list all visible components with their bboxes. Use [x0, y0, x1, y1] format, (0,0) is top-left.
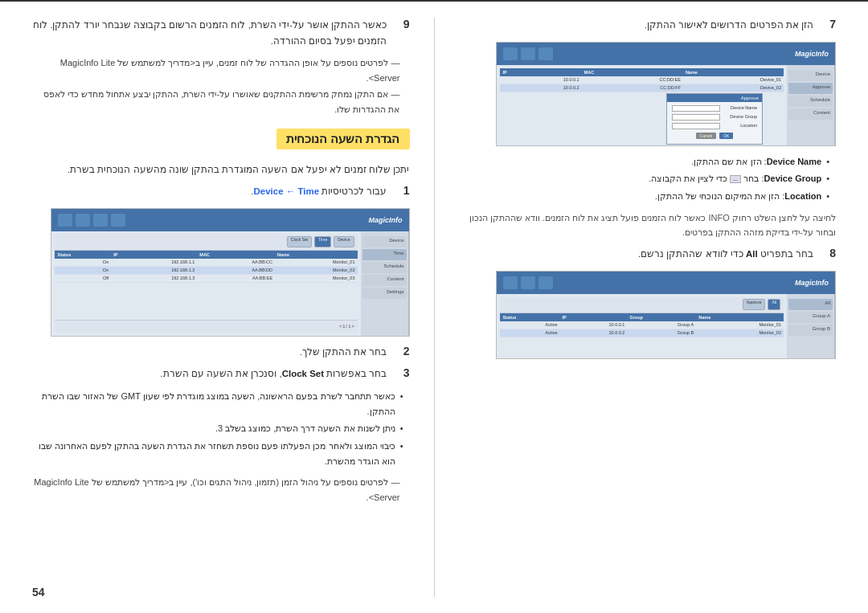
- step-3-number: 3: [394, 366, 410, 379]
- right-screen-logo-2: MagicInfo: [795, 279, 829, 287]
- right2-icon-3: [503, 276, 518, 289]
- step-1-label: עבור לכרטיסיות Device ← Time.: [251, 186, 387, 196]
- section-7-row: 7 הזן את הפרטים הדרושים לאישור ההתקן.: [459, 18, 837, 34]
- screen-icon-2: [93, 214, 108, 227]
- left-column: 9 כאשר ההתקן אושר על-ידי השרת, לוח הזמני…: [32, 18, 435, 597]
- dialog-input-name[interactable]: [672, 105, 720, 112]
- dialog-btn-row: OK Cancel: [672, 133, 757, 139]
- step-2-number: 2: [394, 345, 410, 358]
- right-screenshot-2: MagicInfo All Group A Group B: [496, 271, 836, 359]
- section-8-text: בחר בתפריט All כדי לוודא שההתקן נרשם.: [459, 247, 814, 263]
- right-sidebar2-2: Group A: [788, 312, 833, 323]
- col-name: Name: [275, 251, 357, 259]
- right-bullet-1: • Device Name: הזן את שם ההתקן.: [459, 154, 837, 170]
- right-toolbar-all-btn[interactable]: All: [768, 299, 780, 310]
- right-bullet-2-text: Device Group: בחר ⋯ כדי לציין את הקבוצה.: [649, 171, 821, 186]
- screen-icon-4: [58, 214, 72, 227]
- screen-sidebar: Device Time Schedule Content Settings: [361, 231, 409, 336]
- screen-icon-3: [76, 214, 90, 227]
- right-screen-logo: MagicInfo: [795, 50, 829, 58]
- right-screen-main-1: Name MAC IP Device_01CC:DD:EE10.0.0.1: [497, 65, 787, 145]
- right-screen-icons: [503, 47, 553, 60]
- dialog-label-location: Location: [740, 123, 757, 129]
- right-screen-body-2: All Group A Group B All Approve Name: [497, 294, 835, 358]
- section-8-number: 8: [820, 247, 836, 260]
- toolbar-btn-1[interactable]: Device: [334, 236, 354, 247]
- dialog-label-group: Device Group: [730, 114, 757, 121]
- step-3-text: בחר באפשרות Clock Set, וסנכרן את השעה עם…: [32, 366, 387, 382]
- col-ip: IP: [111, 251, 197, 259]
- bullet-3: • כיבוי המוצג ולאחר מכן הפעלתו פעם נוספת…: [32, 439, 410, 468]
- step-1-row: 1 עבור לכרטיסיות Device ← Time.: [32, 184, 410, 200]
- bullet-2-text: ניתן לשנות את השעה דרך השרת, כמוצג בשלב …: [215, 421, 395, 436]
- toolbar-btn-2[interactable]: Time: [314, 236, 331, 247]
- location-term: Location: [784, 191, 821, 201]
- step-2-text: בחר את ההתקן שלך.: [32, 345, 387, 361]
- table-row: Device_02CC:DD:FF10.0.0.2: [500, 84, 784, 92]
- sidebar-item-2: Time: [362, 249, 407, 260]
- screen-body: Device Time Schedule Content Settings De…: [51, 231, 408, 336]
- section-7-number: 7: [820, 18, 836, 31]
- section-7-text: הזן את הפרטים הדרושים לאישור ההתקן.: [459, 18, 814, 34]
- bullet-2: • ניתן לשנות את השעה דרך השרת, כמוצג בשל…: [32, 421, 410, 436]
- table-row: Monitor_03AA:BB:EE192.168.1.3Off: [55, 274, 357, 282]
- all-term: All: [746, 249, 758, 259]
- table-row: Device_01CC:DD:EE10.0.0.1: [500, 76, 784, 84]
- step-1-number: 1: [394, 184, 410, 197]
- right-screen-body-1: Device Approve Schedule Content Name MAC…: [497, 65, 835, 145]
- step-1-blue: Device ← Time: [254, 186, 320, 196]
- section-9-number: 9: [394, 18, 410, 31]
- sidebar-item-5: Settings: [362, 288, 407, 299]
- dialog-label-name: Device Name: [731, 105, 757, 112]
- sub-note: לפרטים נוספים על ניהול הזמן (תזמון, ניהו…: [32, 475, 400, 505]
- page-number: 54: [32, 586, 45, 599]
- bullet-1: • כאשר תתחבר לשרת בפעם הראשונה, השעה במו…: [32, 389, 410, 419]
- sidebar-item-4: Content: [362, 275, 407, 286]
- screen-icon-1: [111, 214, 125, 227]
- right-screen-topbar-2: MagicInfo: [497, 272, 835, 294]
- dialog-cancel-button[interactable]: Cancel: [696, 133, 717, 139]
- step-1-text: עבור לכרטיסיות Device ← Time.: [32, 184, 387, 200]
- right-bullet-2: • Device Group: בחר ⋯ כדי לציין את הקבוצ…: [459, 171, 837, 186]
- bullet-3-text: כיבוי המוצג ולאחר מכן הפעלתו פעם נוספת ת…: [32, 439, 395, 468]
- right-toolbar-approve-btn[interactable]: Approve: [743, 299, 766, 310]
- highlight-label: הגדרת השעה הנוכחית: [276, 129, 409, 149]
- right-sidebar-1: Device: [788, 70, 833, 81]
- content-area: 9 כאשר ההתקן אושר על-ידי השרת, לוח הזמני…: [0, 2, 868, 613]
- right-table-1: Name MAC IP Device_01CC:DD:EE10.0.0.1: [500, 68, 784, 92]
- col-status: Status: [55, 251, 111, 259]
- bullet-1-text: כאשר תתחבר לשרת בפעם הראשונה, השעה במוצג…: [32, 389, 395, 419]
- page: 9 כאשר ההתקן אושר על-ידי השרת, לוח הזמני…: [0, 0, 868, 613]
- screen-pagination: < 1 / 1 >: [55, 320, 357, 333]
- left-screenshot: MagicInfo Device Time Schedule: [51, 208, 409, 337]
- right-icon-1: [538, 47, 553, 60]
- table-row: Monitor_02Group B10.0.0.2Active: [500, 329, 784, 337]
- dialog-ok-button[interactable]: OK: [719, 133, 733, 139]
- sidebar-item-3: Schedule: [362, 262, 407, 273]
- group-button-icon[interactable]: ⋯: [730, 175, 741, 183]
- toolbar-btn-3[interactable]: Clock Set: [287, 236, 312, 247]
- bullet-list: • כאשר תתחבר לשרת בפעם הראשונה, השעה במו…: [32, 389, 410, 468]
- right-bullet-3-text: Location: הזן את המיקום הנוכחי של ההתקן.: [655, 189, 821, 204]
- right-sidebar2-1: All: [788, 299, 833, 310]
- screen-table: Name MAC IP Status Monitor_01AA:BB:CC192…: [55, 251, 357, 283]
- table-row: Monitor_02AA:BB:DD192.168.1.2On: [55, 266, 357, 274]
- table-row: Monitor_01AA:BB:CC192.168.1.1On: [55, 259, 357, 267]
- dialog-row-location: Location: [672, 123, 757, 129]
- dialog-input-group[interactable]: [672, 114, 720, 121]
- screen-main-area: Device Time Clock Set Name MAC IP: [51, 231, 360, 336]
- highlight-section: הגדרת השעה הנוכחית: [32, 129, 410, 157]
- right-sidebar: Device Approve Schedule Content: [787, 65, 835, 145]
- right-sidebar-4: Content: [788, 108, 833, 120]
- right-sidebar-3: Schedule: [788, 96, 833, 107]
- right2-icon-1: [538, 276, 553, 289]
- screen-icons: [58, 214, 125, 227]
- clock-set-term: Clock Set: [282, 369, 324, 378]
- right-icon-2: [521, 47, 535, 60]
- right-bullet-3: • Location: הזן את המיקום הנוכחי של ההתק…: [459, 189, 837, 204]
- dialog-input-location[interactable]: [672, 123, 720, 129]
- step-2-row: 2 בחר את ההתקן שלך.: [32, 345, 410, 361]
- section-9-sub1: לפרטים נוספים על אופן ההגדרה של לוח זמני…: [32, 55, 400, 85]
- table-row: Monitor_01Group A10.0.0.1Active: [500, 321, 784, 329]
- approve-dialog: Approve Device Name Device Group Locatio…: [666, 93, 763, 145]
